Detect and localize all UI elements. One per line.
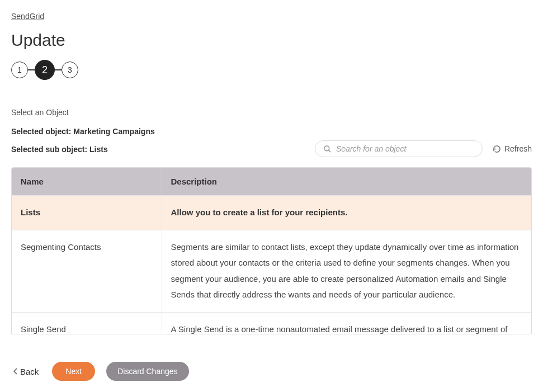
object-table: Name Description Lists Allow you to crea…: [11, 167, 532, 334]
refresh-icon: [493, 145, 501, 153]
cell-description: A Single Send is a one-time nonautomated…: [162, 312, 531, 334]
next-button[interactable]: Next: [52, 362, 95, 381]
section-label: Select an Object: [11, 108, 532, 117]
svg-line-1: [328, 150, 330, 152]
svg-point-0: [324, 145, 329, 150]
step-connector: [28, 69, 35, 70]
refresh-label: Refresh: [504, 144, 532, 153]
step-2[interactable]: 2: [35, 60, 55, 80]
search-input[interactable]: [336, 144, 474, 153]
table-row[interactable]: Segmenting Contacts Segments are similar…: [12, 230, 531, 312]
refresh-button[interactable]: Refresh: [493, 144, 532, 153]
cell-description: Segments are similar to contact lists, e…: [162, 230, 531, 312]
step-1[interactable]: 1: [11, 62, 28, 78]
step-connector: [55, 69, 62, 70]
header-name: Name: [12, 168, 162, 196]
table-row[interactable]: Single Send A Single Send is a one-time …: [12, 312, 531, 334]
cell-name: Lists: [12, 196, 162, 230]
stepper: 1 2 3: [11, 60, 532, 80]
cell-description: Allow you to create a list for your reci…: [162, 196, 531, 230]
cell-name: Single Send: [12, 312, 162, 334]
selected-object: Selected object: Marketing Campaigns: [11, 127, 532, 136]
discard-button[interactable]: Discard Changes: [106, 362, 188, 381]
search-box[interactable]: [315, 140, 483, 157]
search-icon: [323, 145, 332, 153]
step-3[interactable]: 3: [62, 62, 78, 78]
footer: Back Next Discard Changes: [0, 351, 543, 392]
back-button[interactable]: Back: [11, 362, 41, 381]
page-title: Update: [11, 31, 532, 50]
table-scroll[interactable]: Name Description Lists Allow you to crea…: [12, 168, 531, 334]
breadcrumb-link[interactable]: SendGrid: [11, 12, 44, 21]
chevron-left-icon: [13, 368, 18, 375]
header-description: Description: [162, 168, 531, 196]
back-label: Back: [20, 367, 39, 376]
table-row[interactable]: Lists Allow you to create a list for you…: [12, 196, 531, 230]
cell-name: Segmenting Contacts: [12, 230, 162, 312]
